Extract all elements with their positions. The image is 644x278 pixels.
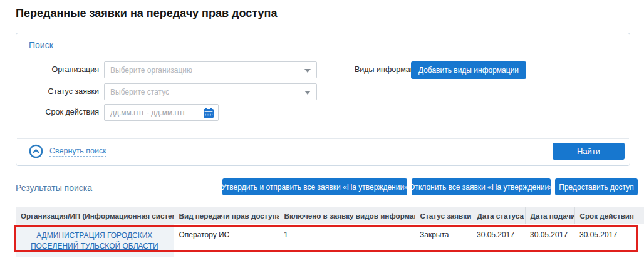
- cell-validity: 30.05.2017 —: [574, 224, 644, 257]
- cell-organization: АДМИНИСТРАЦИЯ ГОРОДСКИХ ПОСЕЛЕНИЙ ТУЛЬСК…: [16, 224, 174, 257]
- approve-all-button[interactable]: Утвердить и отправить все заявки «На утв…: [222, 178, 407, 195]
- add-info-types-button[interactable]: Добавить виды информации: [411, 61, 526, 79]
- cell-submission-date: 30.05.2017: [525, 224, 574, 257]
- organization-placeholder: Выберите организацию: [110, 66, 192, 75]
- collapse-search-control[interactable]: Свернуть поиск: [29, 144, 106, 158]
- header-submission-date: Дата подачи: [525, 207, 574, 224]
- header-status-date: Дата статуса: [472, 207, 525, 224]
- header-transfer-type: Вид передачи прав доступа: [174, 207, 279, 224]
- header-included-info-types: Включено в заявку видов информации: [279, 207, 415, 224]
- grant-access-button[interactable]: Предоставить доступ: [555, 178, 638, 195]
- organization-label: Организация: [27, 65, 99, 74]
- calendar-icon[interactable]: [203, 107, 214, 118]
- validity-date-field[interactable]: [104, 104, 219, 121]
- reject-all-button[interactable]: Отклонить все заявки «На утверждении»: [412, 178, 551, 195]
- panel-divider: [17, 138, 629, 139]
- find-button[interactable]: Найти: [553, 143, 625, 160]
- organization-link[interactable]: АДМИНИСТРАЦИЯ ГОРОДСКИХ ПОСЕЛЕНИЙ ТУЛЬСК…: [31, 231, 158, 250]
- cell-status: Закрыта: [415, 224, 472, 257]
- table-row: АДМИНИСТРАЦИЯ ГОРОДСКИХ ПОСЕЛЕНИЙ ТУЛЬСК…: [16, 224, 644, 257]
- status-select[interactable]: Выберите статус: [104, 83, 317, 100]
- chevron-down-icon: [304, 69, 311, 73]
- chevron-down-icon: [304, 91, 311, 95]
- search-panel: Поиск Организация Выберите организацию С…: [16, 33, 630, 166]
- search-panel-title: Поиск: [29, 40, 53, 50]
- validity-label: Срок действия: [27, 108, 99, 116]
- organization-select[interactable]: Выберите организацию: [104, 61, 317, 78]
- validity-date-input[interactable]: [110, 108, 203, 117]
- header-status: Статус заявки: [415, 207, 472, 224]
- cell-status-date: 30.05.2017: [472, 224, 525, 257]
- header-validity: Срок действия: [574, 207, 644, 224]
- chevron-up-circle-icon: [29, 144, 43, 158]
- table-header-row: Организация/ИП (Информационная система) …: [16, 207, 644, 224]
- status-placeholder: Выберите статус: [110, 88, 169, 96]
- results-table: Организация/ИП (Информационная система) …: [16, 207, 644, 257]
- header-organization: Организация/ИП (Информационная система): [16, 207, 174, 224]
- cell-included-info-types: 1: [279, 224, 415, 257]
- cell-transfer-type: Оператору ИС: [174, 224, 279, 257]
- status-label: Статус заявки: [27, 87, 99, 96]
- collapse-search-link[interactable]: Свернуть поиск: [49, 147, 106, 157]
- page-title: Переданные заявки на передачу прав досту…: [16, 7, 277, 20]
- results-section-title: Результаты поиска: [16, 183, 92, 193]
